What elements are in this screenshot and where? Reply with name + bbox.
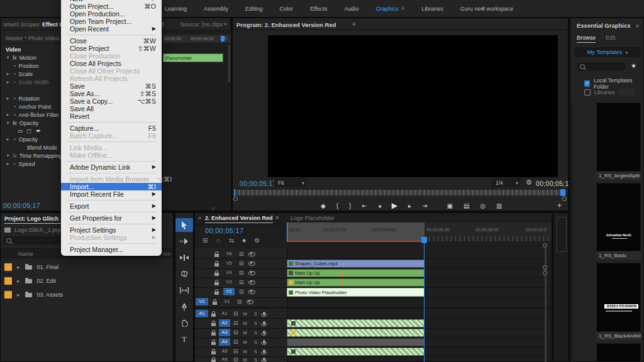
panel-menu-icon[interactable]: [352, 21, 355, 27]
hand-tool[interactable]: [175, 316, 193, 330]
track-label[interactable]: V4: [223, 269, 235, 277]
chevron-down-icon[interactable]: [6, 54, 10, 62]
stopwatch-icon[interactable]: [13, 103, 16, 111]
source-patch-video[interactable]: V1: [196, 298, 208, 305]
workspace-tab-learning[interactable]: Learning: [165, 6, 187, 12]
lock-icon[interactable]: [214, 292, 219, 295]
timeline-timecode[interactable]: 00;00;05;17: [205, 227, 243, 234]
track-label[interactable]: V2: [223, 288, 235, 295]
stopwatch-icon[interactable]: [13, 62, 16, 70]
add-marker-icon[interactable]: [321, 202, 326, 209]
track-select-forward-tool[interactable]: [175, 234, 193, 248]
pen-mask-icon[interactable]: [36, 128, 41, 135]
mic-icon[interactable]: [263, 321, 265, 325]
mic-icon[interactable]: [263, 312, 265, 315]
slip-tool[interactable]: [175, 283, 193, 297]
template-thumbnail-partial[interactable]: [596, 343, 641, 362]
menu-item-save-a-copy[interactable]: Save a Copy...⌥⌘S: [61, 97, 162, 105]
timeline-tab-logo-placeholder[interactable]: Logo Placeholder: [291, 215, 335, 221]
column-header-name[interactable]: Name: [18, 251, 33, 257]
sync-lock-icon[interactable]: [239, 251, 244, 257]
lock-icon[interactable]: [214, 254, 219, 257]
mute-button[interactable]: M: [242, 356, 249, 362]
sync-lock-icon[interactable]: [239, 270, 244, 276]
workspace-menu-icon[interactable]: [402, 6, 405, 11]
menu-item-open-recent[interactable]: Open Recent: [61, 25, 162, 33]
lock-icon[interactable]: [211, 314, 216, 317]
menu-item-revert[interactable]: Revert: [61, 112, 162, 120]
snap-magnet-icon[interactable]: [216, 237, 220, 244]
label-swatch[interactable]: [4, 291, 12, 299]
play-icon[interactable]: [392, 201, 397, 210]
track-label[interactable]: A3: [219, 329, 230, 336]
track-output-eye-icon[interactable]: [248, 252, 255, 256]
selection-tool[interactable]: [175, 218, 193, 232]
sync-lock-icon[interactable]: [233, 348, 238, 354]
type-tool[interactable]: T: [175, 332, 193, 346]
chevron-right-icon[interactable]: [17, 292, 20, 298]
track-label[interactable]: V5: [223, 260, 235, 267]
chevron-right-icon[interactable]: [6, 95, 10, 102]
export-frame-icon[interactable]: [480, 202, 486, 209]
templates-source-dropdown[interactable]: My Templates: [574, 47, 641, 57]
template-search-input[interactable]: [577, 62, 626, 70]
effect-row-opacity[interactable]: Opacity: [6, 136, 38, 143]
timeline-ruler[interactable]: ;00;00 00;00;02;00 00;00;04;00 00;00;06;…: [287, 222, 552, 241]
panel-menu-icon[interactable]: [275, 214, 279, 221]
drag-video-icon[interactable]: [496, 202, 502, 209]
track-output-eye-icon[interactable]: [248, 280, 255, 285]
project-file-name[interactable]: Logo Glitch _1.prproj: [14, 227, 67, 233]
menu-item-save-as[interactable]: Save As...⇧⌘S: [61, 90, 162, 97]
keyframe-toggle-icon[interactable]: [212, 206, 215, 211]
pen-tool[interactable]: [175, 300, 193, 314]
menu-item-adobe-dynamic-link[interactable]: Adobe Dynamic Link: [61, 163, 162, 171]
mic-icon[interactable]: [263, 331, 265, 334]
source-patch-audio[interactable]: A1: [196, 310, 208, 317]
template-thumbnail-basic[interactable]: Johnathan North: [596, 183, 641, 251]
mic-icon[interactable]: [263, 358, 265, 361]
track-output-eye-icon[interactable]: [248, 290, 255, 294]
effect-row-antiflicker[interactable]: Anti-flicker Filter: [6, 111, 59, 119]
sync-lock-icon[interactable]: [233, 320, 238, 326]
chevron-right-icon[interactable]: [6, 160, 10, 168]
effect-row-opacity-group[interactable]: Opacity: [6, 119, 38, 127]
solo-button[interactable]: S: [252, 348, 260, 355]
menu-item-capture[interactable]: Capture...F5: [61, 124, 162, 132]
scrollbar[interactable]: [571, 102, 573, 362]
clip-main-up-up-2[interactable]: Main Up Up: [287, 278, 425, 287]
button-editor-plus-icon[interactable]: [557, 201, 562, 210]
tab-edit[interactable]: Edit: [606, 35, 616, 43]
tab-lumetri-scopes[interactable]: umetri Scopes: [3, 21, 40, 28]
stopwatch-icon[interactable]: [13, 160, 16, 168]
menu-item-import-recent-file[interactable]: Import Recent File: [61, 190, 162, 198]
menu-item-project-settings[interactable]: Project Settings: [61, 226, 162, 234]
menu-item-save[interactable]: Save⌘S: [61, 82, 162, 90]
track-height-handle[interactable]: [543, 243, 547, 248]
track-label[interactable]: A4: [219, 338, 230, 346]
workspace-tab-effects[interactable]: Effects: [310, 6, 327, 12]
tab-source-monitor[interactable]: Source: (no clips: [180, 21, 223, 28]
sync-lock-icon[interactable]: [237, 299, 242, 305]
mute-button[interactable]: M: [242, 339, 249, 346]
workspace-tab-assembly[interactable]: Assembly: [204, 6, 228, 12]
scrollbar-outline[interactable]: [557, 217, 567, 252]
timeline-settings-icon[interactable]: [254, 237, 260, 244]
lock-icon[interactable]: [211, 332, 216, 336]
menu-item-project-manager[interactable]: Project Manager...: [61, 246, 162, 253]
menu-item-open-production[interactable]: Open Production...: [61, 10, 162, 18]
solo-button[interactable]: S: [252, 339, 260, 346]
label-swatch[interactable]: [4, 263, 12, 271]
go-to-in-icon[interactable]: [362, 202, 367, 209]
timeline-tab-active[interactable]: 2. Enhanced Version Red: [205, 215, 273, 223]
stopwatch-icon[interactable]: [13, 95, 16, 102]
ellipse-mask-icon[interactable]: [18, 128, 22, 135]
label-swatch[interactable]: [4, 277, 12, 285]
local-templates-checkbox[interactable]: [584, 80, 590, 87]
effect-row-position[interactable]: Position: [13, 62, 38, 70]
add-marker-icon[interactable]: [242, 238, 246, 244]
mini-clip[interactable]: Placeholder: [163, 53, 223, 62]
menu-item-save-all[interactable]: Save All: [61, 105, 162, 112]
track-height-handle[interactable]: [543, 271, 547, 275]
solo-button[interactable]: S: [252, 320, 260, 327]
audio-clip-a3[interactable]: [287, 329, 425, 337]
